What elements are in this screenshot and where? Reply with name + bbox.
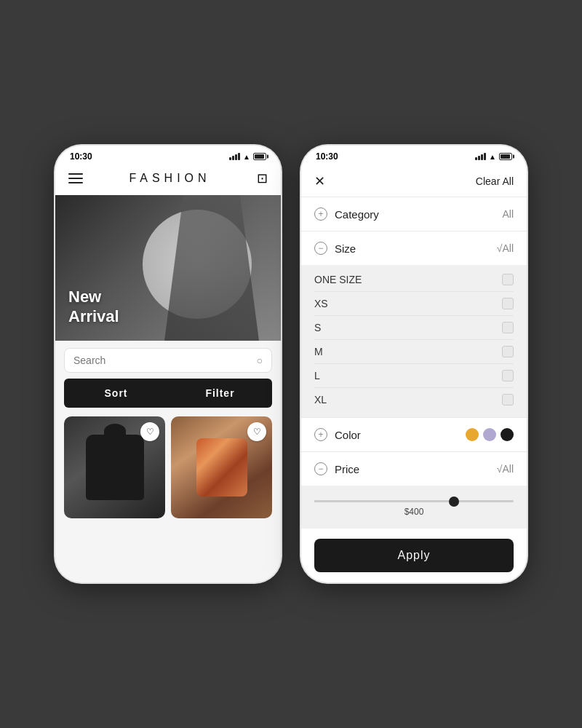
size-checkbox-m[interactable] [502,346,514,357]
wifi-icon: ▲ [489,153,496,161]
status-bar-left: 10:30 ▲ [55,146,281,165]
size-checkbox-onesize[interactable] [502,274,514,285]
bag-icon[interactable]: ⊡ [257,170,268,186]
shirt-shape [196,438,247,496]
search-input[interactable] [73,355,257,366]
size-option-l[interactable]: L [314,364,514,388]
sort-button[interactable]: Sort [64,379,168,408]
apply-button[interactable]: Apply [314,539,514,572]
search-icon[interactable]: ○ [257,355,263,366]
price-collapse-icon: − [314,462,327,475]
price-value: √All [497,463,514,475]
size-checkbox-xs[interactable] [502,298,514,309]
size-options: ONE SIZE XS S M L XL [301,265,527,417]
color-swatches [466,428,514,441]
time-right: 10:30 [316,151,338,162]
size-header[interactable]: − Size √All [301,232,527,265]
slider-handle[interactable] [449,496,459,507]
color-swatch-black[interactable] [501,428,514,441]
time-left: 10:30 [70,151,92,162]
slider-filled [314,500,454,502]
color-swatch-gold[interactable] [466,428,479,441]
product-card[interactable]: ♡ [64,416,165,518]
sort-filter-bar: Sort Filter [64,379,272,408]
size-checkbox-s[interactable] [502,322,514,333]
product-card[interactable]: ♡ [171,416,272,518]
category-value: All [502,208,514,220]
wifi-icon: ▲ [243,153,250,161]
size-option-xs[interactable]: XS [314,292,514,316]
filter-header: ✕ Clear All [301,165,527,197]
color-swatch-lavender[interactable] [483,428,496,441]
category-header[interactable]: + Category All [301,197,527,231]
size-checkbox-xl[interactable] [502,394,514,405]
size-option-m[interactable]: M [314,340,514,364]
size-option-xl[interactable]: XL [314,388,514,411]
left-phone: 10:30 ▲ FASHION ⊡ New Arrival [55,146,281,582]
battery-icon [253,153,266,160]
battery-icon [499,153,512,160]
nav-bar: FASHION ⊡ [55,165,281,195]
price-slider-track[interactable] [314,500,514,502]
signal-icon [475,153,486,160]
signal-icon [229,153,240,160]
expand-icon: + [314,207,327,221]
size-section: − Size √All ONE SIZE XS S M L [301,231,527,417]
status-icons-right: ▲ [475,153,512,161]
color-header[interactable]: + Color [301,418,527,451]
wishlist-button[interactable]: ♡ [140,422,159,441]
products-grid: ♡ ♡ [55,416,281,527]
clear-all-button[interactable]: Clear All [476,175,514,187]
collapse-icon: − [314,242,327,255]
price-header[interactable]: − Price √All [301,452,527,486]
size-title: − Size [314,242,356,255]
filter-button[interactable]: Filter [168,379,272,408]
category-section: + Category All [301,197,527,231]
menu-icon[interactable] [68,173,83,183]
status-bar-right: 10:30 ▲ [301,146,527,165]
wishlist-button[interactable]: ♡ [247,422,266,441]
size-checkbox-l[interactable] [502,370,514,381]
price-section: − Price √All $400 [301,451,527,529]
price-slider-container: $400 [301,486,527,529]
hoodie-shape [86,435,144,500]
price-label: $400 [314,507,514,517]
status-icons-left: ▲ [229,153,266,161]
hero-banner: New Arrival [55,195,281,341]
size-option-onesize[interactable]: ONE SIZE [314,268,514,292]
price-title: − Price [314,462,359,475]
category-title: + Category [314,207,379,221]
right-phone: 10:30 ▲ ✕ Clear All + Category All [301,146,527,582]
size-value: √All [497,242,514,254]
color-title: + Color [314,428,361,441]
hero-text: New Arrival [68,288,119,326]
color-expand-icon: + [314,428,327,441]
color-section: + Color [301,417,527,451]
search-bar[interactable]: ○ [64,348,272,373]
app-title: FASHION [129,172,210,185]
close-button[interactable]: ✕ [314,173,325,189]
size-option-s[interactable]: S [314,316,514,340]
